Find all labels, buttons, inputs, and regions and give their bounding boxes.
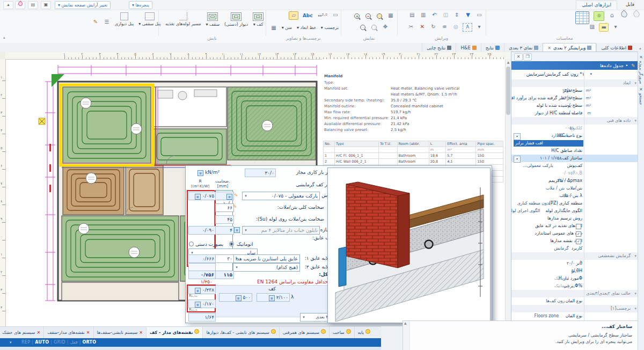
property-value[interactable]: اتوماتیک xyxy=(554,275,569,282)
property-value[interactable]: استاندارد xyxy=(551,132,567,140)
side-tab-project-browser[interactable]: ✕ مرورگر پروژه xyxy=(639,55,643,84)
property-row[interactable]: بتن/ملاتبتن / ملات xyxy=(511,185,638,192)
property-row[interactable]: ایجاد نقشه مدارها✓ xyxy=(511,237,638,245)
property-row[interactable]: نوع المانزون کف‌ها xyxy=(511,297,638,305)
zoom-in-icon[interactable]: + xyxy=(353,12,361,19)
panel-close-icon[interactable]: ✕ xyxy=(514,53,523,61)
supply-pipes-path-button[interactable]: مسیر لوله‌های تغذیه xyxy=(164,12,202,27)
concrete-total-input[interactable]: ۶۶ xyxy=(215,203,234,212)
system-tab[interactable]: سیستم های همرفتی xyxy=(279,327,329,338)
flooring-r-input[interactable]: ≣ ۰/۰۷۵ xyxy=(188,192,216,200)
radiant-floor-button[interactable]: کف ▾ xyxy=(251,12,265,27)
zoom-all-icon[interactable] xyxy=(358,23,367,31)
radio-automatic-label[interactable]: اتوماتیک xyxy=(237,242,253,247)
checkbox[interactable] xyxy=(576,224,581,229)
abc-text-icon[interactable]: Abc xyxy=(301,11,314,20)
insulation-layer1-thickness[interactable]: ۳۰ xyxy=(215,254,234,263)
property-row[interactable]: نوع ناحیه H/Cاستاندارد▾ xyxy=(511,132,638,140)
property-row[interactable]: سطح موثرm²۱۳/۹۶ xyxy=(511,87,638,94)
ceiling-panel-button[interactable]: پنل سقفی ▾ xyxy=(137,12,162,27)
property-value[interactable]: زون کف‌ها xyxy=(546,297,565,305)
property-value[interactable]: الگوی اجرای لوله مارپیچ xyxy=(511,207,540,215)
status-toggle-grid[interactable]: GRID xyxy=(54,340,65,345)
footer-scrollbar[interactable]: ▲ xyxy=(403,321,409,350)
flooring-combo[interactable]: ▾پارکت معمولی - ۰/۰۷۵ xyxy=(242,192,320,200)
system-tab[interactable]: ✕نقشه‌های مدار-سقف xyxy=(43,327,93,338)
property-value[interactable]: پارکت معمولی... xyxy=(523,162,553,170)
status-toggle-orto[interactable]: ORTO xyxy=(82,340,96,345)
measure-icon[interactable]: ▭ xyxy=(475,11,484,19)
system-tab[interactable]: نقشه‌های مدار - کف xyxy=(146,327,202,338)
doc-tab-info[interactable]: اطلاعات کلی xyxy=(596,43,636,52)
db-icon[interactable]: ≣ xyxy=(197,170,203,176)
delete-icon[interactable]: ✕ xyxy=(418,23,427,31)
lambda-input[interactable]: ≣ ۲/۱۰۰ xyxy=(257,293,290,302)
legend-icon[interactable]: ▬ xyxy=(599,23,609,32)
zoom-window-icon[interactable] xyxy=(375,12,384,19)
corridor[interactable] xyxy=(62,282,179,301)
section-header[interactable]: ▾گرمایش تشعشعی xyxy=(511,252,638,260)
stretch-icon[interactable]: ⇕ xyxy=(452,11,461,19)
radiant-wall-manual-button[interactable]: دیوار (دستی) xyxy=(223,12,250,27)
structural-panel-r[interactable]: ۰/۰۹۰ xyxy=(188,226,216,235)
doc-tab-he[interactable]: H&E xyxy=(456,43,480,52)
scroll-up-icon[interactable]: ▲ xyxy=(506,59,511,65)
structural-panel-combo[interactable]: ▾نایلون حباب دار متالایز ۴ مم xyxy=(242,226,320,235)
insulation-layer1-combo[interactable]: ▾عایق پلی استایرن با ضریب هدا xyxy=(233,254,300,263)
panel-float-icon[interactable]: ❐ xyxy=(523,53,532,61)
property-row[interactable]: داده های عمومی استاندارد✓ xyxy=(511,230,638,237)
property-row[interactable]: R۱,B۰/۰۷۵ xyxy=(511,170,638,177)
property-value[interactable]: ۱۳/۹۶ xyxy=(562,87,573,94)
droplet-icon[interactable] xyxy=(15,1,25,9)
checkbox[interactable]: ✓ xyxy=(576,231,581,237)
split-view-icon[interactable]: ◫ xyxy=(441,11,450,19)
align-icon[interactable]: ≡ xyxy=(440,23,449,31)
zoom-out-icon[interactable]: − xyxy=(364,12,372,19)
section-header[interactable]: ▾داده های فنی xyxy=(511,117,638,125)
property-value[interactable]: ۰/۰۰ xyxy=(567,110,575,117)
zoom-previous-icon[interactable] xyxy=(370,23,378,31)
insulation-layer2-combo[interactable]: ▾(هیچ کدام) xyxy=(233,263,300,272)
property-value[interactable]: ۲۵/۰۰۰ xyxy=(558,177,570,185)
property-row[interactable]: λ بتن / ملات۱/۲۰۰ xyxy=(511,192,638,200)
system-tab[interactable]: ✕سیستم های خشک xyxy=(0,327,43,338)
chevron-down-icon[interactable]: ▾ xyxy=(634,305,636,312)
copy-icon[interactable]: ▥ xyxy=(419,11,428,19)
swatch-icon[interactable]: ▨ xyxy=(588,23,596,31)
property-value[interactable]: اتوماتیک xyxy=(554,282,569,290)
doc-tab-view-3d[interactable]: نمای ۳ بعدی xyxy=(504,43,543,52)
ribbon-tab-main-tools[interactable]: ابزارهای اصلی xyxy=(576,1,617,9)
property-value[interactable]: ۰۰۵۱ xyxy=(565,125,574,132)
panel-header[interactable]: ✎ •جدول داده‌ها xyxy=(511,61,638,70)
property-row[interactable]: سطح پوشیده شده با لولهm²۰/۰۰ xyxy=(511,102,638,110)
property-row[interactable]: تعداد مناطق H/C۱ xyxy=(511,147,638,155)
table-icon[interactable]: ▦ xyxy=(269,24,278,32)
flooring-edit-pencil-icon[interactable]: ✎ xyxy=(234,193,238,198)
system-tab[interactable]: پایه xyxy=(354,327,374,338)
property-row[interactable]: %Φ,پرچیاتوماتیک xyxy=(511,282,638,290)
cut-icon[interactable]: ✂ xyxy=(407,23,415,31)
leader-icon[interactable]: ▭ xyxy=(331,11,340,19)
chevron-down-icon[interactable]: ▾ xyxy=(634,252,636,260)
scroll-up-icon[interactable]: ▲ xyxy=(404,321,407,325)
save-icon[interactable]: ▣ xyxy=(41,1,51,9)
property-row[interactable]: ملاک تقسیمافت فشار برابر xyxy=(511,140,638,147)
property-value[interactable]: گرمایش xyxy=(554,245,568,252)
chevron-down-icon[interactable]: ▾ xyxy=(634,290,636,297)
property-row[interactable]: لوله‌های تغذیه در لایه عایق xyxy=(511,222,638,230)
rotate-icon[interactable]: ↻ xyxy=(429,23,438,31)
flooring-thickness-input[interactable]: ≣ ۱۰/۰ xyxy=(215,192,234,200)
droplet-gray2-icon[interactable] xyxy=(632,11,641,20)
image-page-icon[interactable]: ▱ xyxy=(289,11,298,20)
status-chevron-icon[interactable]: ▾ xyxy=(10,338,12,347)
doc-tab-results[interactable]: نتایج xyxy=(481,43,504,52)
paste-icon[interactable]: ▤ xyxy=(408,11,416,19)
droplet-gray-icon[interactable] xyxy=(619,11,629,20)
sun-calc-icon[interactable]: ☼ xyxy=(594,11,604,21)
mirror-icon[interactable]: ◎ xyxy=(451,23,460,31)
more-edit-icon[interactable]: ▾ xyxy=(475,23,484,31)
status-toggle-rep[interactable]: REP xyxy=(21,340,30,345)
property-value[interactable]: بدون منطقه کناری xyxy=(517,200,551,207)
system-tab[interactable]: سیستم های تابشی - کف‌ها، دیوارها xyxy=(202,327,279,338)
property-value-selected[interactable]: افت فشار برابر xyxy=(514,140,583,147)
